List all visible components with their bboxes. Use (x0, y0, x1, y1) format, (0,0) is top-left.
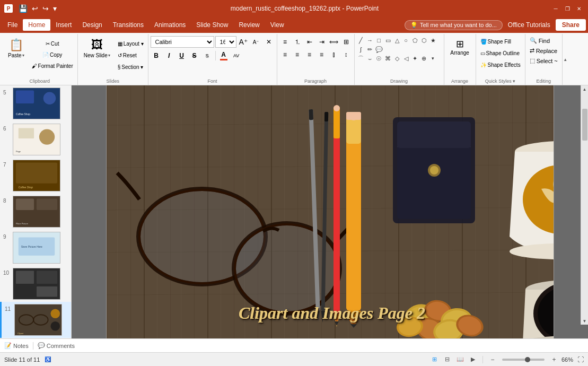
shape-effects-btn[interactable]: ✨ Shape Effects (478, 59, 523, 70)
shape9-btn[interactable]: ⊕ (420, 54, 428, 63)
slide-thumb-8[interactable]: 8 Place Picture (0, 194, 71, 230)
undo-btn[interactable]: ↩ (30, 3, 40, 14)
star-shape-btn[interactable]: ★ (429, 36, 437, 45)
decrease-font-btn[interactable]: A⁻ (250, 36, 262, 48)
fit-slide-btn[interactable]: ⛶ (577, 356, 584, 363)
line-shape-btn[interactable]: ╱ (357, 36, 365, 45)
reset-button[interactable]: ↺Reset (116, 50, 146, 60)
ribbon-collapse-btn[interactable]: ▲ (562, 34, 568, 85)
line-spacing-btn[interactable]: ↕ (340, 49, 352, 60)
customize-btn[interactable]: ▾ (51, 3, 58, 14)
minimize-btn[interactable]: ─ (551, 4, 560, 13)
slide-thumb-7[interactable]: 7 Coffee Shop (0, 158, 71, 194)
align-right-btn[interactable]: ≡ (304, 49, 315, 60)
menu-review[interactable]: Review (233, 19, 265, 31)
menu-view[interactable]: View (265, 19, 289, 31)
vertical-scrollbar[interactable]: ▲ ▼ (581, 85, 588, 325)
bullets-btn[interactable]: ≡ (279, 36, 291, 48)
reading-view-btn[interactable]: 📖 (455, 354, 466, 365)
indent-more-btn[interactable]: ⇥ (316, 36, 328, 48)
slide-thumb-6[interactable]: 6 Page (0, 121, 71, 158)
shape4-btn[interactable]: ⦾ (375, 54, 383, 63)
char-spacing-btn[interactable]: AV (231, 50, 242, 62)
menu-transitions[interactable]: Transitions (108, 19, 149, 31)
shape8-btn[interactable]: ✦ (411, 54, 419, 63)
numbering-btn[interactable]: ⒈ (292, 36, 303, 48)
underline-btn[interactable]: U (176, 50, 188, 62)
comments-button[interactable]: 💬 Comments (38, 342, 75, 349)
bold-btn[interactable]: B (151, 50, 162, 62)
shapes-more-btn[interactable]: ▾ (429, 54, 437, 63)
redo-btn[interactable]: ↪ (41, 3, 50, 14)
freeform-shape-btn[interactable]: ✏ (366, 45, 374, 54)
zoom-out-btn[interactable]: − (487, 354, 498, 365)
arrange-button[interactable]: ⊞ Arrange (447, 36, 472, 58)
format-painter-button[interactable]: 🖌Format Painter (30, 60, 75, 71)
text-dir-btn[interactable]: ⟺ (328, 36, 340, 48)
columns-btn[interactable]: ⫿ (328, 49, 340, 60)
section-button[interactable]: §Section ▾ (116, 62, 146, 72)
new-slide-button[interactable]: 🖼 New Slide ▾ (80, 36, 115, 61)
find-button[interactable]: 🔍 Find (528, 36, 552, 45)
menu-insert[interactable]: Insert (50, 19, 77, 31)
font-color-btn[interactable]: A (218, 50, 230, 62)
scroll-down-btn[interactable]: ▼ (581, 317, 588, 325)
shape-outline-btn[interactable]: ▭ Shape Outline (478, 48, 522, 58)
scroll-up-btn[interactable]: ▲ (581, 85, 588, 93)
menu-home[interactable]: Home (23, 19, 50, 31)
align-left-btn[interactable]: ≡ (279, 49, 291, 60)
italic-btn[interactable]: I (163, 50, 175, 62)
font-name-select[interactable]: Calibri (151, 36, 214, 48)
copy-button[interactable]: 📄Copy (40, 49, 64, 60)
callout-shape-btn[interactable]: 💬 (375, 45, 383, 54)
font-size-select[interactable]: 16 (215, 36, 236, 48)
menu-design[interactable]: Design (77, 19, 107, 31)
roundrect-shape-btn[interactable]: ▭ (384, 36, 392, 45)
tell-me-box[interactable]: 💡 Tell me what you want to do... (405, 20, 503, 30)
close-btn[interactable]: ✕ (574, 4, 584, 13)
shape3-btn[interactable]: ⌣ (366, 54, 374, 63)
arrow-shape-btn[interactable]: → (366, 36, 374, 45)
layout-button[interactable]: ▦Layout ▾ (116, 38, 146, 49)
justify-btn[interactable]: ≡ (316, 49, 328, 60)
paste-button[interactable]: 📋 Paste ▾ (4, 36, 29, 61)
office-tutorials-btn[interactable]: Office Tutorials (503, 19, 556, 31)
shape-fill-btn[interactable]: 🪣 Shape Fill (478, 36, 513, 47)
shape7-btn[interactable]: ◁ (402, 54, 410, 63)
save-btn[interactable]: 💾 (17, 3, 29, 14)
shape6-btn[interactable]: ◇ (393, 54, 401, 63)
pentagon-shape-btn[interactable]: ⬠ (411, 36, 419, 45)
hexagon-shape-btn[interactable]: ⬡ (420, 36, 428, 45)
menu-animations[interactable]: Animations (149, 19, 191, 31)
menu-file[interactable]: File (2, 19, 23, 31)
restore-btn[interactable]: ❐ (563, 4, 572, 13)
slide-main[interactable]: Clipart and Images Page 2 Clipart and Im… (106, 85, 554, 338)
normal-view-btn[interactable]: ⊞ (429, 354, 440, 365)
align-center-btn[interactable]: ≡ (292, 49, 303, 60)
clear-format-btn[interactable]: ✕ (263, 36, 275, 48)
select-button[interactable]: ⬚ Select ~ (528, 56, 560, 65)
slideshow-btn[interactable]: ▶ (468, 354, 478, 365)
circle-shape-btn[interactable]: ○ (402, 36, 410, 45)
curve-shape-btn[interactable]: ∫ (357, 45, 365, 54)
slide-thumb-5[interactable]: 5 Coffee Shop (0, 85, 71, 121)
accessibility-icon[interactable]: ♿ (44, 356, 51, 363)
slide-sorter-btn[interactable]: ⊟ (442, 354, 453, 365)
rect-shape-btn[interactable]: □ (375, 36, 383, 45)
smartart-btn[interactable]: ⊞ (340, 36, 352, 48)
menu-slideshow[interactable]: Slide Show (191, 19, 233, 31)
shadow-btn[interactable]: S (201, 50, 213, 62)
strikethrough-btn[interactable]: S (189, 50, 200, 62)
zoom-in-btn[interactable]: + (549, 354, 559, 365)
shape2-btn[interactable]: ⌒ (357, 54, 365, 63)
shape5-btn[interactable]: ⌘ (384, 54, 392, 63)
slide-thumb-9[interactable]: 9 Store Picture Here (0, 230, 71, 266)
triangle-shape-btn[interactable]: △ (393, 36, 401, 45)
replace-button[interactable]: ⇄ Replace (528, 46, 559, 55)
increase-font-btn[interactable]: A⁺ (238, 36, 249, 48)
indent-less-btn[interactable]: ⇤ (304, 36, 315, 48)
notes-button[interactable]: 📝 Notes (4, 342, 29, 349)
slide-thumb-11[interactable]: 11 Clipart (0, 302, 71, 338)
share-button[interactable]: Share (556, 19, 586, 31)
zoom-thumb[interactable] (525, 357, 530, 362)
